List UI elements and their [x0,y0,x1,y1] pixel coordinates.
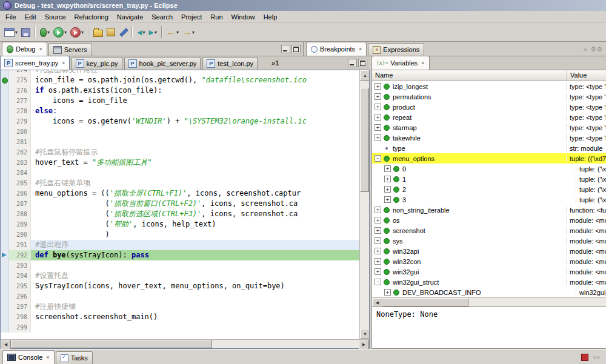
marker-gutter[interactable] [1,96,9,106]
menu-item-help[interactable]: Help [259,12,282,22]
new-wizard-button[interactable]: ▾ [2,25,19,39]
tree-expander-icon[interactable]: + [375,124,381,131]
view-tab-servers[interactable]: Servers [48,43,92,56]
coverage-button[interactable]: ▾ [68,25,85,39]
code-text[interactable] [31,291,359,302]
tree-expander-icon[interactable]: + [375,248,381,254]
mark-occurrences-button[interactable]: ▾ [135,25,147,39]
code-text[interactable] [31,260,359,271]
dropdown-caret-icon[interactable]: ▾ [64,30,67,35]
maximize-icon[interactable] [291,45,301,53]
code-text[interactable]: def bye(sysTrayIcon): pass [31,250,359,260]
menu-item-run[interactable]: Run [206,12,227,22]
marker-gutter[interactable] [1,219,9,230]
view-tab-expressions[interactable]: Expressions [368,43,424,56]
code-text[interactable]: #设置托盘 [31,271,359,281]
breakpoint-icon[interactable] [1,75,9,85]
open-element-button[interactable] [105,25,117,39]
tab-tasks[interactable]: Tasks [56,351,93,364]
menu-item-edit[interactable]: Edit [21,12,41,22]
marker-gutter[interactable] [1,116,9,127]
tree-expander-icon[interactable]: + [384,176,391,182]
code-text[interactable]: icons = icon_file [31,96,359,106]
wand-button[interactable] [117,25,129,39]
close-icon[interactable]: × [359,46,362,52]
tree-expander-icon[interactable]: + [375,258,381,265]
scroll-right-icon[interactable]: ▶ [359,340,369,349]
variable-row[interactable]: +win32guimodule: <mod [372,266,606,277]
view-tab-breakpoints[interactable]: Breakpoints× [306,42,367,56]
code-text[interactable]: icons = os.getenv('WINDIR') + "\SYSTEM32… [31,116,359,127]
close-icon[interactable]: × [39,46,42,52]
close-icon[interactable]: × [62,60,65,66]
code-text[interactable] [31,168,359,178]
titlebar[interactable]: Debug - test_wxpython/src/screen_tray.py… [0,0,606,11]
tree-expander-icon[interactable]: + [375,268,381,275]
marker-gutter[interactable] [1,106,9,116]
code-text[interactable] [31,322,359,333]
marker-gutter[interactable] [1,137,9,147]
variable-row[interactable]: +repeattype: <type 'i [372,112,606,122]
variable-row[interactable]: +win32conmodule: <mod [372,256,606,266]
tree-expander-icon[interactable]: + [375,83,381,90]
code-text[interactable]: #托盘图标文件路径 [31,70,359,75]
editor-horizontal-scrollbar[interactable]: ◀ ▶ [1,339,369,348]
variable-detail-pane[interactable]: NoneType: None [372,306,606,348]
tree-expander-icon[interactable]: - [375,279,381,285]
dropdown-caret-icon[interactable]: ▾ [143,30,145,35]
save-button[interactable] [19,25,32,39]
close-icon[interactable]: × [421,60,424,66]
menu-item-window[interactable]: Window [227,12,259,22]
code-text[interactable]: #托盘鼠标停留提示 [31,147,359,157]
annotations-button[interactable]: ▾ [147,25,159,39]
variable-row[interactable]: +1tuple: ('\xd7' [372,174,606,184]
tree-expander-icon[interactable]: + [384,186,391,193]
marker-gutter[interactable] [1,271,9,281]
code-text[interactable] [31,127,359,137]
minimize-icon[interactable] [348,59,357,67]
variable-row[interactable]: +screenshotmodule: <mod [372,225,606,236]
marker-gutter[interactable] [1,209,9,219]
tree-expander-icon[interactable]: + [384,289,391,296]
code-text[interactable]: #退出程序 [31,240,359,250]
marker-gutter[interactable] [1,85,9,96]
dropdown-caret-icon[interactable]: ▾ [47,30,50,35]
tree-expander-icon[interactable]: + [375,104,381,110]
tree-expander-icon[interactable]: + [384,165,391,172]
tab-console[interactable]: Console× [2,350,55,364]
marker-gutter[interactable] [1,281,9,291]
marker-gutter[interactable] [1,312,9,322]
tab-overflow-indicator[interactable]: »1 [271,59,279,67]
editor-tab-test_icon.py[interactable]: Ptest_icon.py [202,57,258,70]
dropdown-caret-icon[interactable]: ▾ [176,30,179,35]
column-header-name[interactable]: Name [372,70,567,81]
horizontal-scroll-thumb[interactable] [382,298,468,306]
close-icon[interactable]: × [46,354,49,360]
variable-row[interactable]: +3tuple: ('\xb0' [372,194,606,205]
tree-expander-icon[interactable]: + [375,134,381,141]
back-button[interactable]: ▾ [165,25,181,39]
marker-gutter[interactable] [1,147,9,157]
horizontal-scroll-thumb[interactable] [11,340,212,348]
marker-gutter[interactable] [1,199,9,209]
variable-row[interactable]: +win32apimodule: <mod [372,246,606,256]
code-text[interactable]: ('抓取当前窗口(CTRL+F2)', icons, screenshot.ca [31,199,359,209]
code-text[interactable]: else: [31,106,359,116]
code-text[interactable]: if os.path.exists(icon_file): [31,85,359,96]
marker-gutter[interactable] [1,322,9,333]
remove-launches-icon[interactable]: ×× [593,354,600,361]
code-text[interactable] [31,137,359,147]
code-text[interactable]: #托盘右键菜单项 [31,178,359,188]
tree-expander-icon[interactable]: + [375,207,381,213]
terminate-icon[interactable] [581,354,588,361]
code-text[interactable]: ('帮助', icons, help_text) [31,219,359,230]
variable-row[interactable]: +producttype: <type 'i [372,102,606,112]
variable-row[interactable]: typestr: module [372,143,606,153]
variable-row[interactable]: +izip_longesttype: <type 'i [372,81,606,91]
minimize-icon[interactable] [281,45,290,53]
dropdown-caret-icon[interactable]: ▾ [192,30,195,35]
new-project-button[interactable] [92,25,105,39]
variable-row[interactable]: +osmodule: <mod [372,215,606,225]
variable-row[interactable]: +non_string_iterablefunction: <fun [372,205,606,215]
variable-row[interactable]: -win32gui_structmodule: <mod [372,277,606,287]
